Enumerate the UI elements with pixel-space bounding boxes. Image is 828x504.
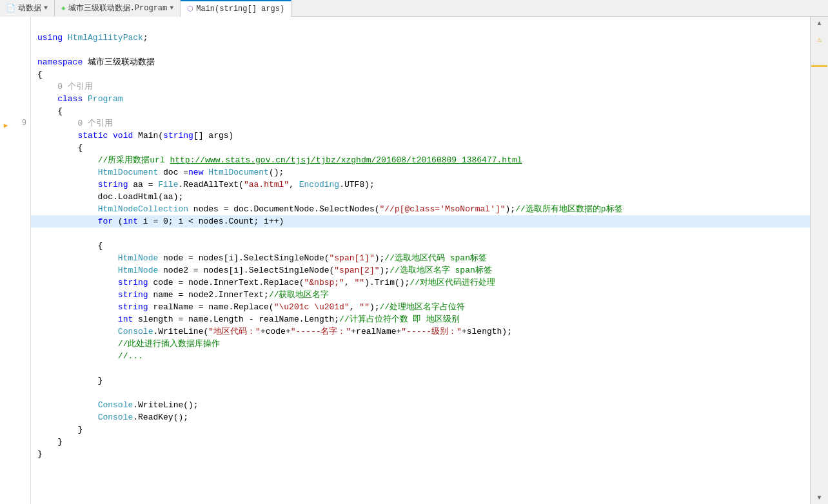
warning-indicator: ⚠ — [817, 35, 822, 44]
scroll-down-button[interactable]: ▼ — [811, 491, 829, 504]
left-indicators: ▶ — [0, 17, 12, 504]
line-numbers: 9 — [12, 17, 31, 504]
tab-class[interactable]: ◈ 城市三级联动数据.Program ▼ — [55, 0, 181, 17]
scroll-position-indicator — [811, 65, 827, 67]
arrow-indicator: ▶ — [0, 120, 12, 132]
tab3-label: Main(string[] args) — [196, 5, 284, 14]
tab-method[interactable]: ⬡ Main(string[] args) — [181, 0, 291, 17]
main-area: ▶ 9 — [0, 17, 828, 504]
tab2-dropdown-arrow[interactable]: ▼ — [170, 5, 173, 12]
code-area[interactable]: using HtmlAgilityPack; namespace 城市三级联动数… — [31, 17, 810, 504]
tab2-label: 城市三级联动数据.Program — [68, 3, 168, 14]
tab-bar: 📄 动数据 ▼ ◈ 城市三级联动数据.Program ▼ ⬡ Main(stri… — [0, 0, 828, 17]
tab1-dropdown-arrow[interactable]: ▼ — [44, 5, 48, 12]
class-icon: ◈ — [61, 4, 66, 12]
scroll-track[interactable]: ⚠ — [811, 30, 828, 491]
scroll-up-button[interactable]: ▲ — [811, 17, 829, 30]
tab1-label: 动数据 — [18, 3, 41, 14]
right-scrollbar[interactable]: ▲ ⚠ ▼ — [810, 17, 828, 504]
method-icon: ⬡ — [187, 5, 193, 13]
code-content: using HtmlAgilityPack; namespace 城市三级联动数… — [31, 17, 810, 475]
file-icon: 📄 — [6, 4, 15, 12]
tab-file[interactable]: 📄 动数据 ▼ — [0, 0, 55, 17]
